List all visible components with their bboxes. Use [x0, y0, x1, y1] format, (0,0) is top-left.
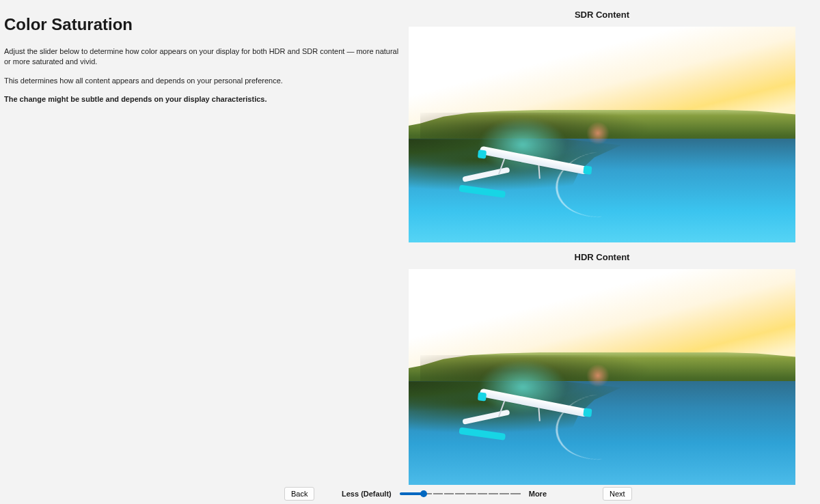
slider-thumb[interactable]: [420, 490, 427, 497]
page-title: Color Saturation: [4, 15, 400, 34]
sdr-preview-label: SDR Content: [575, 10, 629, 20]
description-paragraph-3: The change might be subtle and depends o…: [4, 94, 400, 104]
saturation-slider[interactable]: [400, 489, 521, 499]
bottom-bar: Back Less (Default) More Next: [0, 484, 820, 504]
back-button[interactable]: Back: [284, 487, 314, 501]
description-paragraph-1: Adjust the slider below to determine how…: [4, 46, 400, 68]
next-button[interactable]: Next: [603, 487, 632, 501]
hdr-preview-label: HDR Content: [575, 252, 630, 262]
slider-less-label: Less (Default): [342, 490, 392, 498]
sdr-preview-image: [409, 27, 795, 242]
hdr-preview-image: [409, 269, 795, 485]
slider-more-label: More: [529, 490, 547, 498]
description-paragraph-2: This determines how all content appears …: [4, 76, 400, 86]
